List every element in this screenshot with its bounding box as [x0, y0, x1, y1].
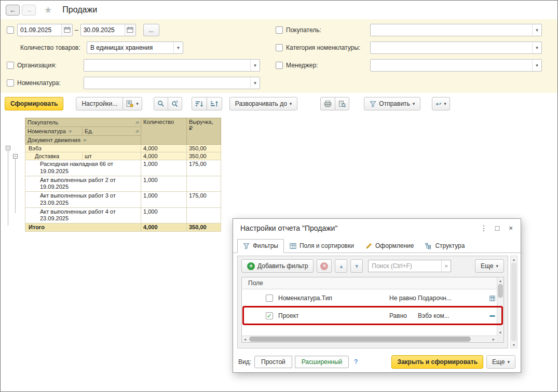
category-combo[interactable]: ▾: [370, 41, 542, 54]
search-next-button[interactable]: [168, 97, 182, 110]
date-from-input[interactable]: [18, 24, 61, 36]
filters-more-button[interactable]: Еще ▾: [475, 259, 504, 273]
filter-row-checkbox[interactable]: [266, 295, 273, 302]
sort-icon[interactable]: ↓≡: [135, 120, 139, 125]
move-up-button[interactable]: ▲: [335, 259, 347, 273]
scroll-down-arrow[interactable]: ▼: [511, 342, 517, 348]
add-filter-button[interactable]: + Добавить фильтр: [241, 259, 314, 273]
tab-appearance[interactable]: Оформление: [360, 239, 419, 253]
close-and-generate-button[interactable]: Закрыть и сформировать: [391, 355, 483, 369]
sort-icon[interactable]: ↓≡: [135, 129, 139, 134]
help-link[interactable]: ?: [354, 358, 358, 366]
date-to-calendar-button[interactable]: [125, 24, 135, 36]
sort-icon[interactable]: ↓≡: [68, 129, 72, 134]
scrollbar-thumb[interactable]: [498, 284, 503, 298]
quantity-cell[interactable]: 4,000: [141, 152, 187, 160]
col-header-document[interactable]: Документ движения↓≡: [25, 136, 141, 145]
maximize-button[interactable]: □: [491, 222, 504, 234]
filter-row-nomenclature-type[interactable]: Номенклатура.Тип Не равно Подарочн...: [242, 289, 503, 307]
quantity-cell[interactable]: 1,000: [141, 207, 187, 223]
dialog-menu-button[interactable]: ⋮: [477, 222, 491, 234]
sort-descending-button[interactable]: [192, 97, 207, 110]
category-checkbox[interactable]: [276, 44, 283, 51]
revenue-cell[interactable]: [187, 176, 221, 192]
search-button[interactable]: [154, 97, 168, 110]
chevron-down-icon[interactable]: ▾: [250, 77, 260, 89]
col-header-unit[interactable]: Ед.↓≡: [83, 127, 141, 136]
view-simple-button[interactable]: Простой: [254, 356, 292, 368]
group-label-cell[interactable]: Вэбэ: [25, 145, 141, 152]
revenue-cell[interactable]: 175,00: [187, 192, 221, 208]
nomenclature-checkbox[interactable]: [7, 79, 14, 87]
scrollbar-thumb[interactable]: [249, 337, 471, 342]
col-header-nomenclature[interactable]: Номенклатура↓≡: [25, 127, 83, 136]
filter-row-project[interactable]: ✓ Проект Равно Вэбэ ком...: [242, 307, 503, 325]
send-button[interactable]: Отправить ▾: [364, 97, 420, 110]
chevron-down-icon[interactable]: ▾: [532, 42, 541, 53]
unit-cell[interactable]: шт: [83, 152, 141, 160]
manager-combo[interactable]: ▾: [370, 59, 542, 72]
expand-toggle-level2[interactable]: −: [13, 154, 18, 159]
tab-fields-sorting[interactable]: Поля и сортировки: [284, 239, 360, 253]
date-to-input[interactable]: [81, 24, 125, 36]
col-header-quantity[interactable]: Количество: [141, 118, 187, 145]
tab-structure[interactable]: Структура: [419, 239, 470, 253]
back-button[interactable]: ←: [6, 5, 20, 16]
document-cell[interactable]: Акт выполненных работ 3 от 23.09.2025: [25, 192, 141, 208]
buyer-checkbox[interactable]: [276, 26, 283, 34]
sort-icon[interactable]: ↓≡: [83, 138, 86, 143]
clear-search-icon[interactable]: ×: [441, 260, 451, 272]
generate-button[interactable]: Сформировать: [5, 97, 63, 110]
col-header-buyer[interactable]: Покупатель↓≡: [25, 118, 141, 127]
print-button[interactable]: [320, 97, 335, 110]
quantity-unit-combo[interactable]: В единицах хранения ▾: [87, 41, 183, 54]
quantity-cell[interactable]: 4,000: [141, 145, 187, 152]
remove-filter-button[interactable]: ×: [317, 259, 332, 273]
chevron-down-icon[interactable]: ▾: [173, 42, 183, 53]
revenue-cell[interactable]: 350,00: [187, 152, 221, 160]
revenue-cell[interactable]: [187, 207, 221, 223]
report-variant-button[interactable]: ▾: [123, 97, 142, 110]
grid-vertical-scrollbar[interactable]: ▲ ▼: [497, 277, 503, 335]
tab-filters[interactable]: Фильтры: [237, 239, 284, 253]
filter-row-checkbox-checked[interactable]: ✓: [266, 312, 273, 319]
quantity-cell[interactable]: 1,000: [141, 176, 187, 192]
quantity-cell[interactable]: 4,000: [141, 223, 187, 232]
col-header-revenue[interactable]: Выручка,₽: [187, 118, 221, 145]
expand-toggle-level1[interactable]: −: [6, 146, 10, 150]
revenue-cell[interactable]: 350,00: [187, 223, 221, 232]
search-input[interactable]: [369, 262, 441, 270]
forward-button[interactable]: →: [22, 5, 36, 16]
revenue-cell[interactable]: 350,00: [187, 145, 221, 152]
scroll-up-arrow[interactable]: ▲: [497, 277, 503, 284]
group-label-cell[interactable]: Доставка: [25, 152, 83, 160]
sort-ascending-button[interactable]: [207, 97, 222, 110]
view-extended-button[interactable]: Расширенный: [295, 356, 349, 368]
grid-horizontal-scrollbar[interactable]: ◄ ►: [242, 335, 497, 342]
organization-combo[interactable]: ▾: [84, 59, 260, 72]
buyer-combo[interactable]: ▾: [370, 24, 542, 36]
dialog-more-button[interactable]: Еще ▾: [486, 355, 515, 369]
move-down-button[interactable]: ▼: [350, 259, 363, 273]
settings-button[interactable]: Настройки...: [76, 97, 123, 110]
date-from-calendar-button[interactable]: [61, 24, 72, 36]
scroll-down-arrow[interactable]: ▼: [497, 329, 503, 335]
quantity-cell[interactable]: 1,000: [141, 192, 187, 208]
close-button[interactable]: ×: [504, 222, 518, 234]
revenue-cell[interactable]: 175,00: [187, 160, 221, 176]
print-preview-button[interactable]: [335, 97, 349, 110]
nomenclature-combo[interactable]: ▾: [84, 77, 260, 89]
period-more-button[interactable]: ...: [143, 24, 159, 36]
grid-column-header[interactable]: Поле: [242, 277, 503, 289]
total-label-cell[interactable]: Итого: [25, 223, 141, 232]
scroll-left-arrow[interactable]: ◄: [242, 336, 248, 342]
expand-to-button[interactable]: Разворачивать до ▾: [229, 97, 298, 110]
scroll-right-arrow[interactable]: ►: [491, 336, 497, 342]
organization-checkbox[interactable]: [7, 62, 14, 69]
quantity-cell[interactable]: 1,000: [141, 160, 187, 176]
favorite-star-icon[interactable]: ★: [44, 5, 52, 16]
chevron-down-icon[interactable]: ▾: [532, 24, 541, 36]
scrollbar-thumb[interactable]: [511, 263, 516, 341]
document-cell[interactable]: Акт выполненных работ 2 от 19.09.2025: [25, 176, 141, 192]
chevron-down-icon[interactable]: ▾: [532, 60, 541, 71]
